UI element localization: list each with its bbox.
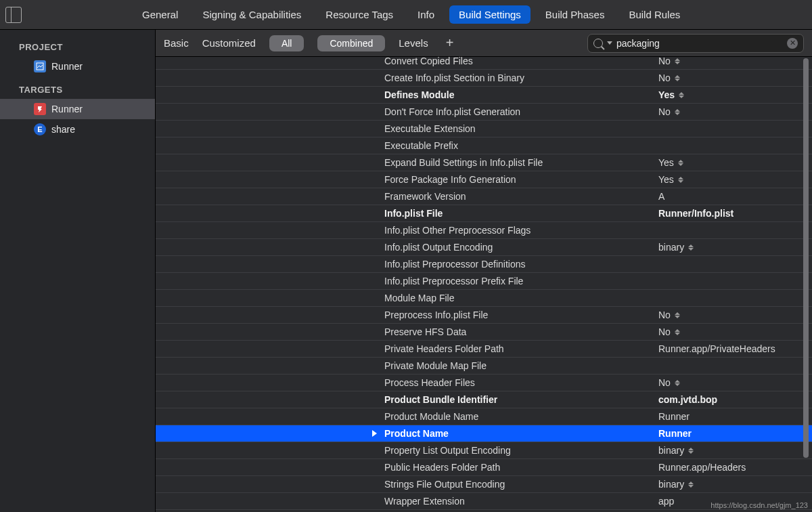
setting-row[interactable]: Preserve HFS DataNo [156, 324, 812, 341]
setting-row[interactable]: Create Info.plist Section in BinaryNo [156, 70, 812, 87]
tab-general[interactable]: General [133, 5, 187, 24]
sidebar-target-runner-label: Runner [51, 104, 83, 114]
setting-label: Force Package Info Generation [384, 174, 658, 185]
setting-value-text: binary [658, 445, 684, 456]
setting-value[interactable]: No [658, 72, 812, 83]
value-stepper-icon[interactable] [678, 177, 683, 183]
setting-value[interactable]: A [658, 191, 812, 202]
add-build-setting-button[interactable]: + [442, 35, 458, 51]
setting-value-text: com.jvtd.bop [658, 394, 717, 405]
setting-value[interactable]: No [658, 310, 812, 320]
value-stepper-icon[interactable] [688, 244, 694, 251]
setting-value[interactable]: Runner/Info.plist [658, 208, 812, 219]
build-settings-search[interactable]: ✕ [587, 34, 804, 53]
tab-build-phases[interactable]: Build Phases [536, 5, 614, 24]
sidebar-project-runner[interactable]: Runner [0, 56, 155, 77]
setting-label: Module Map File [384, 293, 658, 303]
tab-resource-tags[interactable]: Resource Tags [316, 5, 403, 24]
setting-value-text: No [658, 57, 671, 66]
setting-row[interactable]: Force Package Info GenerationYes [156, 171, 812, 188]
setting-row[interactable]: Framework VersionA [156, 188, 812, 205]
setting-row[interactable]: Strings File Output Encodingbinary [156, 476, 812, 493]
project-targets-sidebar: PROJECT Runner TARGETS Runner E share [0, 30, 156, 512]
setting-row[interactable]: Don't Force Info.plist GenerationNo [156, 104, 812, 121]
filter-basic[interactable]: Basic [164, 37, 189, 49]
setting-value[interactable]: binary [658, 479, 812, 490]
setting-label: Info.plist Other Preprocessor Flags [384, 225, 658, 236]
sidebar-target-runner[interactable]: Runner [0, 99, 155, 119]
build-settings-scroll[interactable]: Convert Copied FilesNoCreate Info.plist … [156, 57, 812, 512]
tab-build-rules[interactable]: Build Rules [619, 5, 690, 24]
setting-value[interactable]: com.jvtd.bop [658, 394, 812, 405]
setting-value[interactable]: Yes [658, 89, 812, 100]
setting-value[interactable]: No [658, 326, 812, 337]
setting-row[interactable]: Public Headers Folder PathRunner.app/Hea… [156, 459, 812, 476]
value-stepper-icon[interactable] [675, 109, 680, 115]
value-stepper-icon[interactable] [688, 482, 694, 488]
filter-levels[interactable]: Levels [399, 37, 428, 49]
build-settings-filterbar: Basic Customized All Combined Levels + ✕ [156, 30, 812, 57]
setting-label: Product Module Name [384, 411, 658, 422]
value-stepper-icon[interactable] [675, 75, 680, 81]
setting-row[interactable]: Preprocess Info.plist FileNo [156, 307, 812, 324]
search-input[interactable] [616, 38, 783, 49]
setting-row[interactable]: Executable Prefix [156, 137, 812, 154]
value-stepper-icon[interactable] [675, 312, 680, 318]
setting-row[interactable]: Product Bundle Identifiercom.jvtd.bop [156, 391, 812, 408]
setting-value[interactable]: Runner [658, 411, 812, 422]
setting-value-text: Yes [658, 89, 675, 100]
tab-info[interactable]: Info [408, 5, 444, 24]
value-stepper-icon[interactable] [688, 448, 694, 454]
tab-signing[interactable]: Signing & Capabilities [193, 5, 311, 24]
setting-row[interactable]: Expand Build Settings in Info.plist File… [156, 154, 812, 171]
editor-tabbar: General Signing & Capabilities Resource … [0, 0, 812, 30]
value-stepper-icon[interactable] [678, 160, 683, 166]
sidebar-project-label: Runner [51, 61, 83, 72]
setting-value[interactable]: Runner [658, 428, 812, 439]
setting-row[interactable]: Defines ModuleYes [156, 87, 812, 104]
setting-row[interactable]: Process Header FilesNo [156, 375, 812, 391]
filter-all[interactable]: All [269, 35, 304, 51]
setting-row[interactable]: Convert Copied FilesNo [156, 57, 812, 70]
value-stepper-icon[interactable] [675, 58, 680, 64]
setting-row[interactable]: Info.plist Preprocessor Definitions [156, 256, 812, 273]
setting-value-text: No [658, 310, 671, 320]
setting-value[interactable]: binary [658, 445, 812, 456]
setting-row[interactable]: Product NameRunner [156, 425, 812, 442]
value-stepper-icon[interactable] [675, 329, 680, 335]
clear-search-icon[interactable]: ✕ [787, 38, 798, 49]
setting-value[interactable]: Runner.app/Headers [658, 462, 812, 473]
setting-row[interactable]: Info.plist Other Preprocessor Flags [156, 222, 812, 239]
setting-row[interactable]: Info.plist Output Encodingbinary [156, 239, 812, 256]
filter-customized[interactable]: Customized [202, 37, 256, 49]
extension-target-icon: E [34, 123, 46, 135]
setting-value[interactable]: Runner.app/PrivateHeaders [658, 343, 812, 354]
setting-label: Info.plist Output Encoding [384, 242, 658, 253]
setting-value[interactable]: No [658, 377, 812, 388]
setting-label: Wrapper Extension [384, 496, 658, 507]
target-editor-tabs: General Signing & Capabilities Resource … [133, 5, 690, 24]
value-stepper-icon[interactable] [679, 92, 684, 98]
filter-combined[interactable]: Combined [317, 35, 385, 51]
setting-row[interactable]: Property List Output Encodingbinary [156, 442, 812, 459]
setting-value[interactable]: Yes [658, 174, 812, 185]
setting-row[interactable]: Private Module Map File [156, 358, 812, 375]
setting-row[interactable]: Private Headers Folder PathRunner.app/Pr… [156, 341, 812, 358]
value-stepper-icon[interactable] [675, 380, 680, 386]
disclosure-triangle-icon[interactable] [372, 430, 377, 437]
search-scope-chevron-icon[interactable] [607, 41, 612, 45]
setting-value[interactable]: No [658, 57, 812, 66]
sidebar-target-share[interactable]: E share [0, 119, 155, 140]
setting-row[interactable]: Info.plist Preprocessor Prefix File [156, 273, 812, 290]
setting-value[interactable]: Yes [658, 157, 812, 168]
scrollbar[interactable] [801, 58, 811, 511]
scrollbar-thumb[interactable] [803, 58, 809, 458]
toggle-sidebar-icon[interactable] [5, 7, 22, 23]
setting-value[interactable]: binary [658, 242, 812, 253]
tab-build-settings[interactable]: Build Settings [449, 5, 531, 24]
setting-row[interactable]: Executable Extension [156, 121, 812, 137]
setting-row[interactable]: Product Module NameRunner [156, 408, 812, 425]
setting-value[interactable]: No [658, 106, 812, 117]
setting-row[interactable]: Module Map File [156, 290, 812, 307]
setting-row[interactable]: Info.plist FileRunner/Info.plist [156, 205, 812, 222]
